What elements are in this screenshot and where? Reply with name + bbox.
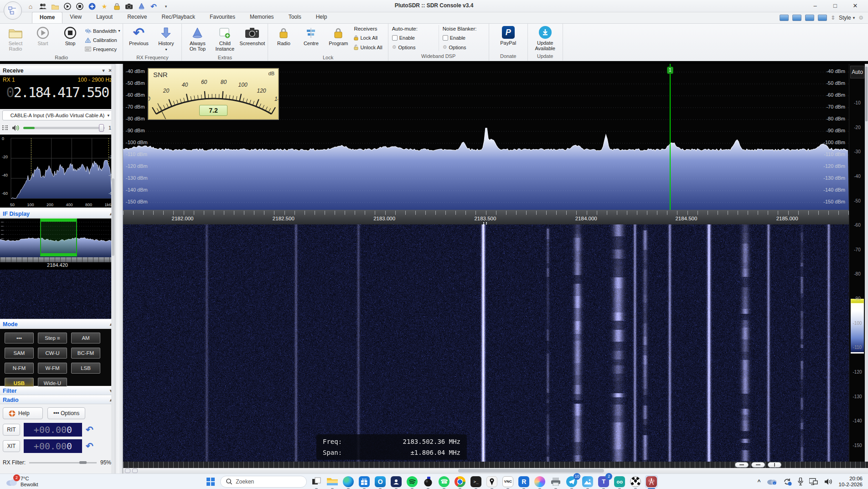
speaker-icon[interactable] [12,125,20,131]
start-button[interactable] [204,475,217,488]
speaker-icon[interactable] [824,478,833,485]
xit-button[interactable]: XIT [3,440,20,452]
volume-slider-handle[interactable] [99,124,104,132]
pan-left-button[interactable] [735,462,749,468]
terminal-icon[interactable]: >_ [470,475,482,488]
frequency-scale[interactable]: 2182.0002182.5002183.0002183.5002184.000… [123,210,849,224]
auto-gain-button[interactable]: Auto [850,66,864,78]
app-menu-button[interactable] [4,1,22,20]
monitor-4-icon[interactable] [818,15,827,21]
tuned-frequency[interactable]: 02.184.417.550 [0,83,115,100]
monitor-1-icon[interactable] [780,15,789,21]
ribbon-tab[interactable]: Tools [281,12,309,23]
football-app-icon[interactable] [629,475,642,488]
update-available-button[interactable]: UpdateAvailable [532,25,558,53]
collapse-icon[interactable]: ▾ [103,68,105,73]
gear-icon[interactable]: ⚙ [858,15,863,21]
ribbon-tab[interactable]: Rec/Playback [155,12,202,23]
receive-panel-header[interactable]: Receive ▾✕ [0,66,115,75]
minimize-button[interactable]: – [805,0,825,12]
rx-filter-slider-handle[interactable] [79,461,87,464]
photos-icon[interactable] [581,475,594,488]
microphone-icon[interactable] [798,478,803,485]
realvnc-icon[interactable]: R [517,475,530,488]
vnc-viewer-icon[interactable]: VNC [501,475,514,488]
ribbon-tab[interactable]: Help [309,12,335,23]
file-explorer-icon[interactable] [326,475,339,488]
if-passband-selection[interactable] [40,218,77,256]
mode-panel-header[interactable]: Mode ▴ [0,320,115,328]
spotify-icon[interactable] [406,475,418,488]
waterfall[interactable]: Freq:2183.502.36 MHz Span:±1.806.04 MHz [123,224,849,462]
volume-slider[interactable] [23,127,105,129]
scroll-right-button[interactable] [132,468,138,473]
ribbon-tab[interactable]: Home [32,12,62,23]
style-arrows-icon[interactable]: ⇕ [831,15,835,21]
search-box[interactable]: Zoeken [220,476,307,488]
weather-widget[interactable]: 2 7°CBewolkt [0,476,105,488]
options-button[interactable]: ••• Options [47,407,85,419]
chrome-icon[interactable] [454,475,466,488]
ribbon-tab[interactable]: Receive [120,12,154,23]
frequency-display[interactable]: RX 1100 - 2900 Hz 02.184.417.550 [0,75,115,109]
if-frequency-scale[interactable] [0,257,115,262]
history-button[interactable]: History▾ [153,25,179,53]
mode-button[interactable]: BC-FM [71,348,100,359]
scrollbar-thumb[interactable] [458,469,604,473]
child-instance-button[interactable]: ChildInstance [212,25,238,53]
rit-reset-icon[interactable]: ↶ [86,424,93,435]
help-button[interactable]: Help [3,407,43,419]
unlock-all-button[interactable]: Unlock All [354,43,382,51]
telegram-icon[interactable]: 10 [565,475,578,488]
sidebar-scrollbar[interactable] [111,64,115,474]
ribbon-tab[interactable]: Favourites [202,12,243,23]
zoom-in-button[interactable] [768,462,781,468]
lock-radio-button[interactable]: Radio [271,25,296,53]
pin-app-icon[interactable] [486,475,498,488]
ribbon-tab[interactable]: Layout [89,12,120,23]
mode-button[interactable]: LSB [71,363,100,374]
teams-icon[interactable]: T2 [597,475,610,488]
rit-button[interactable]: RIT [3,424,20,436]
filter-panel-header[interactable]: Filter ▾ [0,386,115,395]
rit-value[interactable]: +00.000 [24,423,82,437]
ribbon-tab[interactable]: Memories [243,12,281,23]
lock-all-button[interactable]: Lock All [354,34,382,42]
rx-frequency-marker[interactable]: 1 [670,64,671,210]
if-display-header[interactable]: IF Display ▴ [0,209,115,218]
xit-value[interactable]: +00.000 [24,439,82,453]
auto-mute-options-button[interactable]: ⚙Options [392,43,434,51]
style-dropdown[interactable]: Style▾ [839,15,855,21]
auto-mute-enable-checkbox[interactable]: Enable [392,34,434,42]
radio-panel-header[interactable]: Radio ▴ [0,395,115,404]
sync-icon[interactable] [783,478,792,486]
xit-reset-icon[interactable]: ↶ [86,441,93,452]
waterfall-level-gauge[interactable]: Auto -10-20-30-40-50-60-70-80-90-100-110… [849,64,865,462]
if-spectrum[interactable] [0,218,115,257]
edge-icon[interactable] [342,475,355,488]
mode-button[interactable]: N-FM [5,363,34,374]
scroll-left-button[interactable] [125,468,130,473]
ribbon-tab[interactable]: View [62,12,89,23]
always-on-top-button[interactable]: AlwaysOn Top [185,25,210,53]
right-scrollbar[interactable] [865,64,868,462]
microsoft-store-icon[interactable] [358,475,371,488]
monitor-2-icon[interactable] [792,15,801,21]
wideband-spectrum[interactable]: -40 dBm-50 dBm-60 dBm-70 dBm-80 dBm-90 d… [123,64,849,210]
onedrive-icon[interactable]: i [767,478,777,485]
maximize-button[interactable]: □ [825,0,845,12]
printer-app-icon[interactable] [549,475,562,488]
mode-button[interactable]: SAM [5,348,34,359]
outlook-icon[interactable]: O [374,475,387,488]
mode-button[interactable]: ••• [5,333,34,343]
audio-output-select[interactable]: CABLE-A Input (VB-Audio Virtual Cable A)… [2,110,113,120]
camera-app-icon[interactable]: oo [613,475,626,488]
horizontal-scrollbar[interactable] [123,468,868,473]
noise-blanker-enable-checkbox[interactable]: Enable [443,34,483,42]
mode-button[interactable]: W-FM [38,363,67,374]
screenshot-button[interactable]: Screenshot [239,25,265,53]
frequency-button[interactable]: Frequency [85,45,120,53]
tray-chevron-icon[interactable]: ^ [758,479,761,485]
panel-splitter[interactable] [115,64,123,473]
select-radio-button[interactable]: SelectRadio [3,25,28,53]
